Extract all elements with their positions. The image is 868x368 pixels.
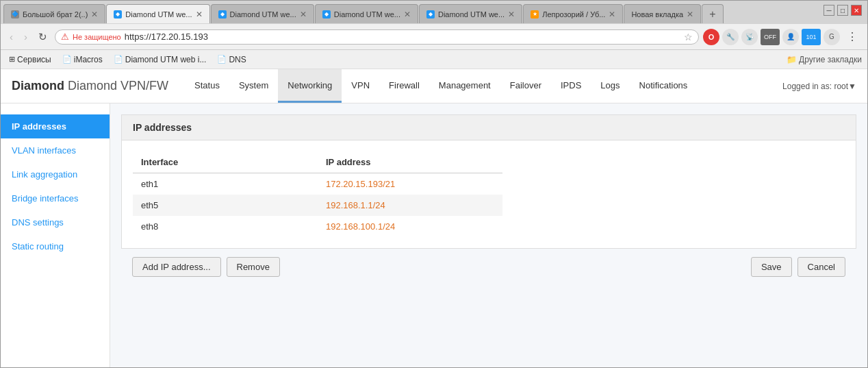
address-input[interactable]: ⚠ Не защищено https://172.20.15.193 ☆ [55, 29, 699, 45]
bookmark-star-icon[interactable]: ☆ [684, 32, 693, 42]
add-ip-address-button[interactable]: Add IP address... [132, 257, 221, 277]
tab-3[interactable]: ◆ Diamond UTM we... ✕ [211, 4, 314, 23]
ip-cell-0[interactable]: 172.20.15.193/21 [318, 173, 502, 195]
nav-management[interactable]: Management [429, 69, 500, 103]
url-text: https://172.20.15.193 [125, 32, 680, 42]
other-bookmarks-label: Другие закладки [799, 55, 862, 64]
nav-menu: Status System Networking VPN Firewall Ma… [185, 69, 697, 103]
logged-in-indicator[interactable]: Logged in as: root▼ [782, 82, 856, 91]
tab-2-label: Diamond UTM we... [125, 10, 192, 19]
bottom-right-buttons: Save Cancel [751, 257, 845, 277]
nav-firewall[interactable]: Firewall [379, 69, 429, 103]
cancel-button[interactable]: Cancel [797, 257, 845, 277]
save-button[interactable]: Save [751, 257, 792, 277]
interface-cell-2: eth8 [133, 216, 318, 237]
extension-icon-5[interactable]: G [824, 29, 840, 45]
nav-networking[interactable]: Networking [278, 69, 342, 103]
ip-cell-1[interactable]: 192.168.1.1/24 [318, 195, 502, 216]
extension-icon-4[interactable]: 101 [802, 29, 821, 45]
ip-cell-2[interactable]: 192.168.100.1/24 [318, 216, 502, 237]
bookmark-services-icon: ⊞ [9, 55, 15, 64]
browser-menu-button[interactable]: ⋮ [843, 29, 862, 45]
bookmark-imacros-icon: 📄 [62, 55, 72, 64]
tab-1[interactable]: 🔷 Большой брат 2(..) ✕ [3, 4, 105, 23]
minimize-button[interactable]: ─ [824, 5, 834, 16]
nav-logs[interactable]: Logs [591, 69, 629, 103]
bookmark-diamond-label: Diamond UTM web i... [125, 55, 207, 64]
nav-system[interactable]: System [229, 69, 278, 103]
ip-link-2[interactable]: 192.168.100.1/24 [326, 221, 395, 232]
sidebar-item-dns-settings[interactable]: DNS settings [1, 210, 110, 234]
app-subtitle: Diamond VPN/FW [68, 79, 168, 93]
refresh-button[interactable]: ↻ [35, 29, 51, 45]
tab-2-close[interactable]: ✕ [196, 10, 203, 19]
tab-7-label: Новая вкладка [631, 10, 683, 19]
tab-6-favicon: ★ [531, 10, 539, 19]
tab-4-label: Diamond UTM we... [334, 10, 400, 19]
ip-link-1[interactable]: 192.168.1.1/24 [326, 200, 385, 210]
col-header-interface: Interface [133, 151, 318, 173]
ip-link-0[interactable]: 172.20.15.193/21 [326, 179, 395, 189]
tab-1-close[interactable]: ✕ [91, 10, 98, 19]
other-bookmarks[interactable]: 📁 Другие закладки [787, 55, 862, 64]
interface-cell-1: eth5 [133, 195, 318, 216]
forward-button[interactable]: › [21, 29, 31, 44]
panel-body: Interface IP address eth1 172.20.15.193/… [121, 140, 856, 249]
ip-table-container: Interface IP address eth1 172.20.15.193/… [133, 151, 502, 237]
nav-failover[interactable]: Failover [500, 69, 551, 103]
browser-actions: O 🔧 📡 OFF 👤 101 G ⋮ [703, 29, 862, 45]
tab-4-favicon: ◆ [322, 10, 331, 19]
sidebar-item-ip-addresses[interactable]: IP addresses [1, 114, 110, 138]
nav-vpn[interactable]: VPN [342, 69, 379, 103]
sidebar-item-link-aggregation[interactable]: Link aggregation [1, 162, 110, 186]
tab-6-label: Лепрозорий / Уб... [542, 10, 605, 19]
remove-button[interactable]: Remove [227, 257, 280, 277]
extension-icon-off[interactable]: OFF [761, 29, 780, 45]
back-button[interactable]: ‹ [6, 29, 16, 44]
bookmarks-bar: ⊞ Сервисы 📄 iMacros 📄 Diamond UTM web i.… [1, 50, 867, 69]
extension-icon-1[interactable]: 🔧 [722, 29, 739, 45]
tab-4[interactable]: ◆ Diamond UTM we... ✕ [315, 4, 418, 23]
bottom-buttons: Add IP address... Remove Save Cancel [121, 249, 856, 285]
sidebar-item-static-routing[interactable]: Static routing [1, 234, 110, 258]
maximize-button[interactable]: □ [837, 5, 848, 16]
address-bar: ‹ › ↻ ⚠ Не защищено https://172.20.15.19… [1, 24, 867, 50]
tab-1-favicon: 🔷 [11, 10, 19, 19]
browser-frame: 🔷 Большой брат 2(..) ✕ ◆ Diamond UTM we.… [0, 0, 868, 368]
bookmark-dns[interactable]: 📄 DNS [214, 53, 248, 66]
nav-notifications[interactable]: Notifications [630, 69, 698, 103]
tab-2[interactable]: ◆ Diamond UTM we... ✕ [106, 4, 209, 23]
bookmark-imacros[interactable]: 📄 iMacros [60, 53, 105, 66]
tab-4-close[interactable]: ✕ [404, 10, 411, 19]
close-button[interactable]: ✕ [851, 5, 862, 16]
top-nav: Diamond Diamond VPN/FW Status System Net… [1, 69, 867, 103]
bookmark-services[interactable]: ⊞ Сервисы [6, 53, 54, 66]
panel-title: IP addresses [121, 114, 856, 140]
tab-7[interactable]: Новая вкладка ✕ [624, 4, 701, 23]
col-header-ip: IP address [318, 151, 502, 173]
bookmark-diamond-icon: 📄 [114, 55, 123, 64]
tab-5-close[interactable]: ✕ [508, 10, 515, 19]
opera-icon[interactable]: O [703, 29, 719, 45]
nav-ipds[interactable]: IPDS [551, 69, 591, 103]
bookmark-dns-icon: 📄 [217, 55, 227, 64]
tab-6[interactable]: ★ Лепрозорий / Уб... ✕ [523, 4, 623, 23]
tab-2-favicon: ◆ [114, 10, 122, 19]
sidebar-item-vlan-interfaces[interactable]: VLAN interfaces [1, 138, 110, 162]
app-title: Diamond Diamond VPN/FW [12, 79, 168, 93]
sidebar-item-bridge-interfaces[interactable]: Bridge interfaces [1, 186, 110, 210]
tab-3-close[interactable]: ✕ [300, 10, 307, 19]
bookmark-diamond[interactable]: 📄 Diamond UTM web i... [111, 53, 209, 66]
bookmark-dns-label: DNS [229, 55, 246, 64]
tab-1-label: Большой брат 2(..) [23, 10, 88, 19]
tab-5[interactable]: ◆ Diamond UTM we... ✕ [419, 4, 522, 23]
extension-icon-3[interactable]: 👤 [782, 29, 799, 45]
extension-icon-2[interactable]: 📡 [741, 29, 758, 45]
folder-icon: 📁 [787, 55, 797, 64]
new-tab-button[interactable]: + [702, 4, 723, 23]
tab-7-close[interactable]: ✕ [687, 10, 693, 19]
tab-3-label: Diamond UTM we... [230, 10, 296, 19]
tab-6-close[interactable]: ✕ [609, 10, 615, 19]
nav-status[interactable]: Status [185, 69, 229, 103]
tab-5-label: Diamond UTM we... [438, 10, 505, 19]
